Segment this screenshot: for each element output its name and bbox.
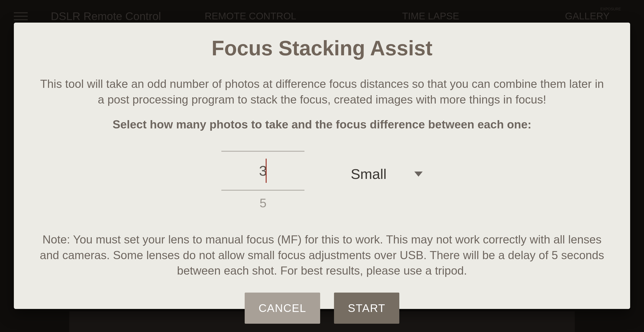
- dialog-description: This tool will take an odd number of pho…: [39, 76, 605, 107]
- chevron-down-icon: [414, 171, 423, 176]
- focus-stacking-dialog: Focus Stacking Assist This tool will tak…: [14, 23, 630, 309]
- picker-divider: [221, 190, 304, 191]
- button-row: CANCEL START: [245, 293, 399, 324]
- text-cursor: [266, 159, 266, 183]
- picker-value-row[interactable]: 3: [221, 152, 304, 190]
- picker-next-value: 5: [260, 196, 266, 210]
- select-value: Small: [350, 166, 386, 182]
- dialog-instruction: Select how many photos to take and the f…: [113, 118, 531, 131]
- focus-difference-select[interactable]: Small: [350, 166, 422, 182]
- controls-row: 3 5 Small: [221, 151, 422, 210]
- cancel-button[interactable]: CANCEL: [245, 293, 320, 324]
- dialog-title: Focus Stacking Assist: [212, 36, 432, 60]
- start-button[interactable]: START: [334, 293, 399, 324]
- dialog-note: Note: You must set your lens to manual f…: [34, 232, 610, 279]
- photo-count-picker[interactable]: 3 5: [221, 151, 304, 210]
